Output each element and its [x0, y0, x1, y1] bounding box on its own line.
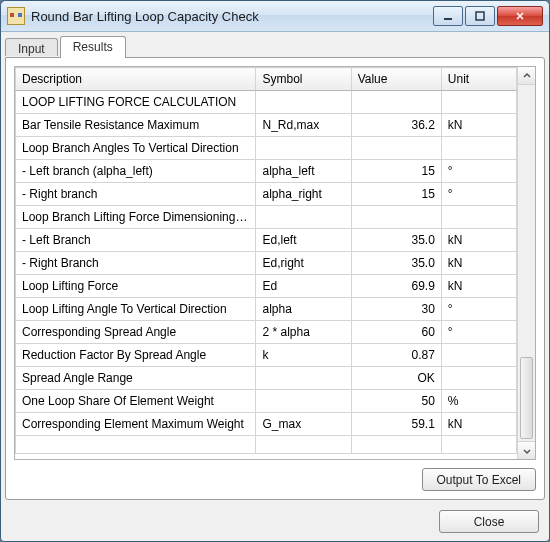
cell-desc[interactable]: Loop Branch Lifting Force Dimensioning V… — [16, 206, 256, 229]
table-row[interactable]: Bar Tensile Resistance MaximumN_Rd,max36… — [16, 114, 517, 137]
cell-value[interactable] — [351, 91, 441, 114]
close-window-button[interactable] — [497, 6, 543, 26]
table-row[interactable] — [16, 436, 517, 454]
cell-desc[interactable]: Spread Angle Range — [16, 367, 256, 390]
cell-unit[interactable] — [441, 367, 516, 390]
scroll-down-button[interactable] — [518, 441, 535, 459]
cell-desc[interactable]: Corresponding Element Maximum Weight — [16, 413, 256, 436]
dialog-footer: Close — [1, 504, 549, 541]
cell-symbol[interactable]: N_Rd,max — [256, 114, 351, 137]
cell-desc[interactable]: - Left branch (alpha_left) — [16, 160, 256, 183]
cell-value[interactable]: 15 — [351, 160, 441, 183]
cell-value[interactable]: 60 — [351, 321, 441, 344]
tab-results[interactable]: Results — [60, 36, 126, 58]
cell-value[interactable]: 69.9 — [351, 275, 441, 298]
cell-symbol[interactable]: 2 * alpha — [256, 321, 351, 344]
maximize-icon — [475, 11, 485, 21]
table-row[interactable]: - Left BranchEd,left35.0kN — [16, 229, 517, 252]
cell-value[interactable] — [351, 206, 441, 229]
cell-desc[interactable]: Loop Lifting Angle To Vertical Direction — [16, 298, 256, 321]
cell-unit[interactable]: kN — [441, 252, 516, 275]
cell-desc[interactable]: Bar Tensile Resistance Maximum — [16, 114, 256, 137]
table-row[interactable]: Loop Branch Angles To Vertical Direction — [16, 137, 517, 160]
col-header-symbol[interactable]: Symbol — [256, 68, 351, 91]
cell-desc[interactable]: One Loop Share Of Element Weight — [16, 390, 256, 413]
close-button[interactable]: Close — [439, 510, 539, 533]
cell-symbol[interactable] — [256, 367, 351, 390]
table-row[interactable]: Corresponding Spread Angle2 * alpha60° — [16, 321, 517, 344]
cell-desc[interactable]: - Right Branch — [16, 252, 256, 275]
cell-desc[interactable]: LOOP LIFTING FORCE CALCULATION — [16, 91, 256, 114]
table-row[interactable]: - Left branch (alpha_left)alpha_left15° — [16, 160, 517, 183]
cell-desc[interactable]: - Right branch — [16, 183, 256, 206]
table-row[interactable]: - Right BranchEd,right35.0kN — [16, 252, 517, 275]
cell-value[interactable]: 0.87 — [351, 344, 441, 367]
close-icon — [515, 11, 525, 21]
table-row[interactable]: One Loop Share Of Element Weight50% — [16, 390, 517, 413]
table-row[interactable]: Spread Angle RangeOK — [16, 367, 517, 390]
table-row[interactable]: LOOP LIFTING FORCE CALCULATION — [16, 91, 517, 114]
cell-unit[interactable]: kN — [441, 229, 516, 252]
cell-symbol[interactable]: Ed,left — [256, 229, 351, 252]
tabpage-results: Description Symbol Value Unit LOOP LIFTI… — [5, 57, 545, 500]
cell-symbol[interactable]: alpha_right — [256, 183, 351, 206]
cell-unit[interactable]: ° — [441, 183, 516, 206]
scroll-thumb[interactable] — [520, 357, 533, 439]
cell-symbol[interactable]: alpha_left — [256, 160, 351, 183]
col-header-unit[interactable]: Unit — [441, 68, 516, 91]
cell-value[interactable]: 59.1 — [351, 413, 441, 436]
cell-unit[interactable]: % — [441, 390, 516, 413]
cell-value[interactable]: 30 — [351, 298, 441, 321]
cell-symbol[interactable]: Ed — [256, 275, 351, 298]
cell-value[interactable]: 35.0 — [351, 229, 441, 252]
cell-symbol[interactable]: G_max — [256, 413, 351, 436]
scroll-up-button[interactable] — [518, 67, 535, 85]
maximize-button[interactable] — [465, 6, 495, 26]
table-row[interactable]: Corresponding Element Maximum WeightG_ma… — [16, 413, 517, 436]
col-header-description[interactable]: Description — [16, 68, 256, 91]
col-header-value[interactable]: Value — [351, 68, 441, 91]
cell-value[interactable] — [351, 436, 441, 454]
vertical-scrollbar[interactable] — [517, 67, 535, 459]
cell-unit[interactable]: kN — [441, 413, 516, 436]
table-row[interactable]: Reduction Factor By Spread Anglek0.87 — [16, 344, 517, 367]
table-row[interactable]: Loop Branch Lifting Force Dimensioning V… — [16, 206, 517, 229]
cell-desc[interactable]: Corresponding Spread Angle — [16, 321, 256, 344]
cell-symbol[interactable]: alpha — [256, 298, 351, 321]
cell-unit[interactable]: kN — [441, 114, 516, 137]
cell-desc[interactable]: Reduction Factor By Spread Angle — [16, 344, 256, 367]
cell-value[interactable]: 35.0 — [351, 252, 441, 275]
cell-desc[interactable]: Loop Lifting Force — [16, 275, 256, 298]
cell-symbol[interactable] — [256, 91, 351, 114]
cell-value[interactable]: 36.2 — [351, 114, 441, 137]
cell-desc[interactable]: Loop Branch Angles To Vertical Direction — [16, 137, 256, 160]
cell-symbol[interactable] — [256, 137, 351, 160]
cell-unit[interactable] — [441, 91, 516, 114]
cell-desc[interactable]: - Left Branch — [16, 229, 256, 252]
grid-header-row: Description Symbol Value Unit — [16, 68, 517, 91]
cell-desc[interactable] — [16, 436, 256, 454]
cell-value[interactable] — [351, 137, 441, 160]
cell-value[interactable]: OK — [351, 367, 441, 390]
cell-unit[interactable]: ° — [441, 321, 516, 344]
cell-value[interactable]: 50 — [351, 390, 441, 413]
cell-symbol[interactable] — [256, 436, 351, 454]
table-row[interactable]: Loop Lifting ForceEd69.9kN — [16, 275, 517, 298]
tab-input[interactable]: Input — [5, 38, 58, 56]
minimize-button[interactable] — [433, 6, 463, 26]
cell-unit[interactable] — [441, 436, 516, 454]
output-to-excel-button[interactable]: Output To Excel — [422, 468, 537, 491]
cell-unit[interactable] — [441, 344, 516, 367]
cell-unit[interactable]: kN — [441, 275, 516, 298]
table-row[interactable]: Loop Lifting Angle To Vertical Direction… — [16, 298, 517, 321]
cell-symbol[interactable] — [256, 390, 351, 413]
cell-symbol[interactable] — [256, 206, 351, 229]
cell-unit[interactable]: ° — [441, 160, 516, 183]
cell-symbol[interactable]: k — [256, 344, 351, 367]
cell-unit[interactable] — [441, 206, 516, 229]
table-row[interactable]: - Right branchalpha_right15° — [16, 183, 517, 206]
cell-symbol[interactable]: Ed,right — [256, 252, 351, 275]
cell-unit[interactable]: ° — [441, 298, 516, 321]
cell-unit[interactable] — [441, 137, 516, 160]
cell-value[interactable]: 15 — [351, 183, 441, 206]
